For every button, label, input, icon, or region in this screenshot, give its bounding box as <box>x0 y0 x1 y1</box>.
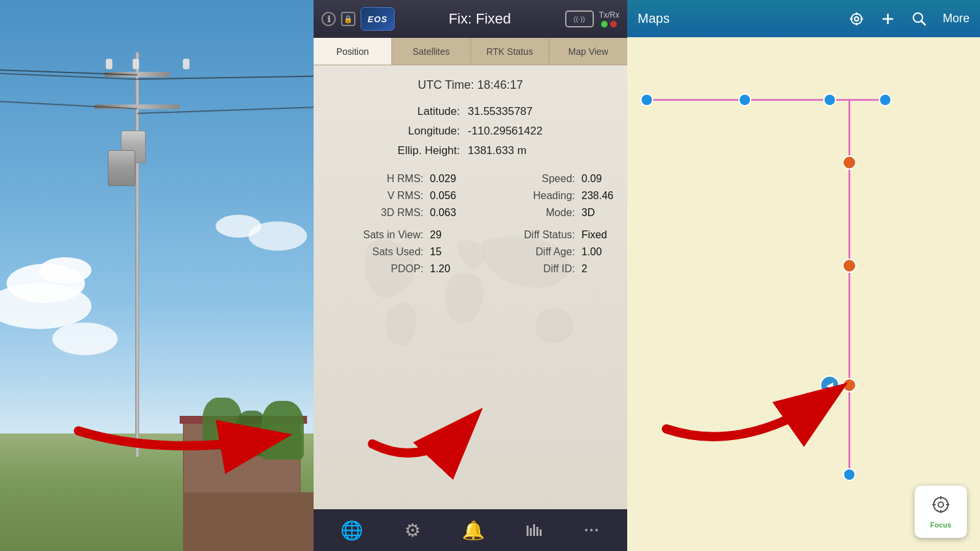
map-canvas[interactable]: ◀ Focus <box>627 37 980 551</box>
svg-point-25 <box>843 469 855 480</box>
toolbar-chart-btn[interactable] <box>517 520 551 540</box>
ellip-height-value: 1381.633 m <box>468 144 572 157</box>
status-dot-green <box>601 21 608 27</box>
tx-rx-label: Tx/Rx <box>599 10 619 20</box>
crosshair-icon[interactable] <box>849 11 864 27</box>
tab-map-view[interactable]: Map View <box>549 38 627 65</box>
toolbar-dots-btn[interactable]: ••• <box>577 522 608 538</box>
heading-row: Heading: 238.46 <box>478 190 614 202</box>
cloud <box>52 323 118 355</box>
tab-position[interactable]: Position <box>314 38 392 65</box>
svg-point-31 <box>934 497 948 512</box>
stats-grid: H RMS: 0.029 V RMS: 0.056 3D RMS: 0.063 … <box>327 173 614 219</box>
motion-column: Speed: 0.09 Heading: 238.46 Mode: 3D <box>478 173 614 219</box>
latitude-row: Latitude: 31.55335787 <box>327 105 614 118</box>
photo-section <box>0 0 314 551</box>
svg-rect-7 <box>540 529 542 536</box>
svg-point-23 <box>824 94 836 106</box>
info-icon[interactable]: ℹ <box>321 12 336 26</box>
svg-point-21 <box>641 94 653 106</box>
app-section: ℹ 🔒 EOS Fix: Fixed ((·)) Tx/Rx Position … <box>314 0 627 551</box>
speed-row: Speed: 0.09 <box>478 173 614 185</box>
status-dots <box>601 21 617 27</box>
app-tabs: Position Satellites RTK Status Map View <box>314 38 627 65</box>
longitude-row: Longitude: -110.29561422 <box>327 125 614 138</box>
add-icon[interactable] <box>880 11 896 27</box>
focus-label: Focus <box>930 521 951 529</box>
tree <box>261 401 304 460</box>
map-topbar: Maps More <box>627 0 980 37</box>
hrms-value: 0.029 <box>430 173 463 185</box>
ellip-height-row: Ellip. Height: 1381.633 m <box>327 144 614 157</box>
cloud <box>248 221 307 251</box>
latitude-label: Latitude: <box>368 105 460 118</box>
toolbar-gear-btn[interactable]: ⚙ <box>397 517 429 544</box>
svg-point-32 <box>938 502 943 507</box>
app-header: ℹ 🔒 EOS Fix: Fixed ((·)) Tx/Rx <box>314 0 627 38</box>
lock-icon[interactable]: 🔒 <box>341 12 355 26</box>
svg-point-8 <box>851 14 862 24</box>
search-icon[interactable] <box>911 11 927 27</box>
svg-point-27 <box>843 259 856 272</box>
eos-logo: EOS <box>361 7 395 31</box>
building-base <box>183 492 314 551</box>
hrms-label: H RMS: <box>371 173 423 185</box>
heading-value: 238.46 <box>581 190 614 202</box>
map-bottom-button[interactable]: Focus <box>915 486 967 538</box>
svg-rect-4 <box>530 528 532 536</box>
longitude-value: -110.29561422 <box>468 125 572 138</box>
bluetooth-icon: ((·)) <box>565 10 594 27</box>
map-svg: ◀ <box>627 37 980 551</box>
tab-satellites[interactable]: Satellites <box>392 38 470 65</box>
more-label[interactable]: More <box>943 12 970 25</box>
toolbar-globe-btn[interactable]: 🌐 <box>333 517 371 544</box>
latitude-value: 31.55335787 <box>468 105 572 118</box>
svg-line-17 <box>921 21 925 25</box>
app-toolbar: 🌐 ⚙ 🔔 ••• <box>314 509 627 551</box>
status-dot-red <box>610 21 617 27</box>
speed-label: Speed: <box>523 173 575 185</box>
tab-rtk-status[interactable]: RTK Status <box>471 38 549 65</box>
svg-text:◀: ◀ <box>826 381 834 390</box>
heading-label: Heading: <box>523 190 575 202</box>
svg-point-28 <box>843 379 856 392</box>
toolbar-bell-btn[interactable]: 🔔 <box>454 517 493 544</box>
map-title: Maps <box>638 11 833 26</box>
utc-time: UTC Time: 18:46:17 <box>327 76 614 92</box>
vrms-label: V RMS: <box>371 190 423 202</box>
coordinates-section: Latitude: 31.55335787 Longitude: -110.29… <box>327 105 614 157</box>
cloud <box>39 257 91 283</box>
speed-value: 0.09 <box>581 173 614 185</box>
target-icon <box>931 495 951 518</box>
ellip-height-label: Ellip. Height: <box>368 144 460 157</box>
rms-column: H RMS: 0.029 V RMS: 0.056 3D RMS: 0.063 <box>327 173 463 219</box>
hrms-row: H RMS: 0.029 <box>327 173 463 185</box>
position-panel: UTC Time: 18:46:17 Latitude: 31.55335787… <box>314 65 627 509</box>
world-map-watermark <box>340 215 601 359</box>
vrms-value: 0.056 <box>430 190 463 202</box>
svg-rect-3 <box>527 526 529 536</box>
svg-point-26 <box>843 156 856 169</box>
map-section: Maps More <box>627 0 980 551</box>
svg-rect-6 <box>536 527 538 536</box>
vrms-row: V RMS: 0.056 <box>327 190 463 202</box>
svg-point-22 <box>739 94 751 106</box>
longitude-label: Longitude: <box>368 125 460 138</box>
svg-point-24 <box>879 94 891 106</box>
svg-rect-5 <box>533 524 535 536</box>
fix-status-label: Fix: Fixed <box>400 10 560 27</box>
svg-point-9 <box>855 17 858 21</box>
